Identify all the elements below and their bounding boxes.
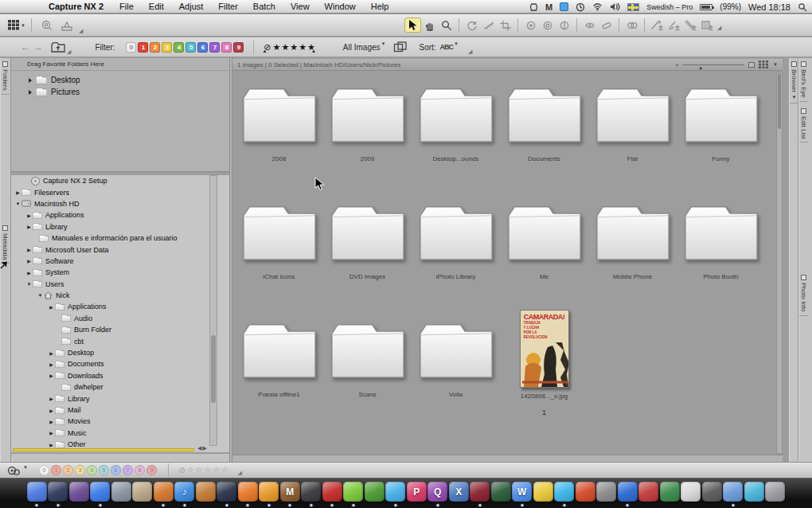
disclosure-triangle[interactable]: ▶	[25, 270, 33, 275]
rating-range-start-marker[interactable]: ▲	[262, 49, 267, 53]
thumbnail-size-minus-icon[interactable]: ▪	[676, 61, 678, 68]
dock-icon[interactable]	[69, 482, 89, 502]
menu-item[interactable]: Help	[371, 2, 389, 11]
tree-item[interactable]: Manuales e información para el usuario	[11, 233, 229, 244]
favorite-folder-item[interactable]: Pictures	[11, 86, 229, 98]
hand-tool[interactable]	[421, 18, 438, 33]
disclosure-triangle[interactable]: ▶	[48, 408, 55, 413]
folder-up-button[interactable]	[51, 41, 65, 53]
tree-resize-arrows[interactable]: ◀▶	[197, 445, 208, 451]
thumbnail-size-plus-icon[interactable]	[748, 62, 755, 68]
label-filter-chip[interactable]: 0	[126, 42, 136, 53]
time-machine-menu-icon[interactable]	[576, 2, 585, 12]
minus-brush-tool[interactable]	[666, 18, 682, 33]
sort-mode-dropdown[interactable]: ABC	[440, 43, 454, 51]
dock-icon[interactable]	[196, 482, 216, 502]
dock-icon[interactable]	[365, 482, 385, 502]
label-filter-chip[interactable]: 2	[150, 42, 160, 53]
tree-item[interactable]: ▶ Library	[11, 221, 229, 233]
star-rating-filter[interactable]: ★★★★★	[273, 42, 316, 53]
dock-icon[interactable]	[618, 482, 638, 502]
slider-knob[interactable]: ▲	[698, 65, 703, 70]
tree-item[interactable]: ▶ Music	[11, 428, 229, 439]
black-control-point-tool[interactable]	[522, 18, 539, 33]
tree-item[interactable]: ▶ Fileservers	[11, 186, 229, 197]
white-control-point-tool[interactable]	[539, 18, 556, 33]
label-assign-chip[interactable]: 5	[99, 465, 109, 475]
tree-item[interactable]: dwhelper	[11, 381, 229, 393]
tree-item[interactable]: ▶ Software	[11, 256, 229, 267]
photo-booth-menu-icon[interactable]	[529, 2, 538, 12]
palette-tab[interactable]: Metadata	[1, 222, 10, 264]
disclosure-triangle[interactable]: ▶	[25, 247, 33, 252]
dock-icon[interactable]: M	[280, 482, 300, 502]
label-assign-chip[interactable]: 6	[111, 465, 121, 475]
straighten-tool[interactable]	[480, 18, 497, 33]
tree-horizontal-scrollbar[interactable]	[13, 448, 194, 451]
menu-item[interactable]: Window	[325, 2, 356, 11]
folder-cell[interactable]: Scans	[323, 307, 412, 424]
rotate-tool[interactable]	[463, 18, 480, 33]
back-button[interactable]: ←	[21, 41, 30, 53]
image-thumbnail-cell[interactable]: CAMARADA! TRABAJA Y LUCHA POR LA REVOLUC…	[500, 307, 588, 424]
disclosure-triangle[interactable]: ▶	[48, 304, 55, 310]
label-filter-chip[interactable]: 3	[162, 42, 172, 53]
label-assign-chip[interactable]: 9	[146, 465, 157, 475]
dock-icon[interactable]	[744, 482, 764, 502]
tree-item[interactable]: ▶ Mail	[11, 404, 229, 416]
folder-cell[interactable]: DVD Images	[323, 189, 412, 307]
palette-tab[interactable]: Bird's Eye	[799, 58, 808, 102]
grid-view-button[interactable]	[759, 61, 768, 68]
folder-cell[interactable]: Photo Booth	[677, 189, 765, 307]
folder-cell[interactable]: Poesia offline1	[235, 307, 323, 424]
auto-retouch-brush-tool[interactable]	[598, 18, 615, 33]
dock-icon[interactable]	[27, 482, 47, 502]
dock-icon[interactable]: X	[449, 482, 469, 502]
disclosure-triangle[interactable]: ▶	[25, 224, 33, 229]
images-filter-dropdown[interactable]: All Images	[343, 43, 381, 52]
label-assign-chip[interactable]: 4	[87, 465, 97, 475]
dock-icon[interactable]	[217, 482, 236, 502]
dock-icon[interactable]	[90, 482, 110, 502]
rating-range-end-marker[interactable]: ▲	[311, 49, 316, 53]
dock-icon[interactable]	[638, 482, 658, 502]
gmail-notifier-icon[interactable]: M	[545, 2, 552, 12]
menu-item[interactable]: Filter	[218, 2, 237, 11]
tree-vertical-scrollbar[interactable]	[209, 175, 217, 446]
disclosure-triangle[interactable]: ▶	[25, 213, 33, 218]
disclosure-triangle[interactable]: ▶	[48, 419, 55, 424]
label-assign-chip[interactable]: 7	[123, 465, 133, 475]
direct-select-tool[interactable]	[404, 18, 421, 33]
labeling-gear-icon[interactable]	[6, 465, 22, 476]
menu-item[interactable]: Batch	[253, 2, 275, 11]
dock-icon[interactable]	[723, 482, 743, 502]
color-control-point-tool[interactable]	[623, 18, 640, 33]
dock-icon[interactable]	[385, 482, 405, 502]
folder-cell[interactable]: Mobile Phone	[588, 189, 677, 307]
toolbar-overflow-arrow[interactable]: ◢	[79, 28, 83, 34]
folder-cell[interactable]: iChat Icons	[235, 189, 323, 307]
label-filter-chip[interactable]: 1	[138, 42, 148, 53]
dock-icon[interactable]	[238, 482, 258, 502]
folder-cell[interactable]: Me	[500, 189, 588, 307]
label-assign-chip[interactable]: 3	[75, 465, 85, 475]
menu-item[interactable]: View	[291, 2, 310, 11]
star-rating-assign[interactable]: ☆☆☆☆☆	[186, 465, 229, 475]
palette-tab[interactable]: Edit List	[799, 105, 808, 143]
crop-tool[interactable]	[497, 18, 513, 33]
app-menu-title[interactable]: Capture NX 2	[49, 2, 103, 11]
tree-item[interactable]: ▶ System	[11, 267, 229, 278]
thumbnail-grid-button[interactable]: ▼	[6, 18, 27, 33]
tree-item[interactable]: ▶ Microsoft User Data	[11, 244, 229, 255]
selection-gradient-tool[interactable]	[682, 18, 699, 33]
disclosure-triangle[interactable]: ▶	[48, 350, 55, 356]
dock-icon[interactable]	[470, 482, 490, 502]
label-filter-chip[interactable]: 9	[233, 42, 244, 53]
tree-item[interactable]: ▼ Macintosh HD	[11, 198, 229, 209]
develop-button[interactable]	[36, 18, 57, 33]
dock-icon[interactable]	[554, 482, 574, 502]
label-assign-chip[interactable]: 0	[39, 465, 49, 475]
input-source-flag-icon[interactable]	[627, 3, 639, 11]
folder-cell[interactable]: Documents	[500, 71, 588, 189]
dock-icon[interactable]	[576, 482, 595, 502]
